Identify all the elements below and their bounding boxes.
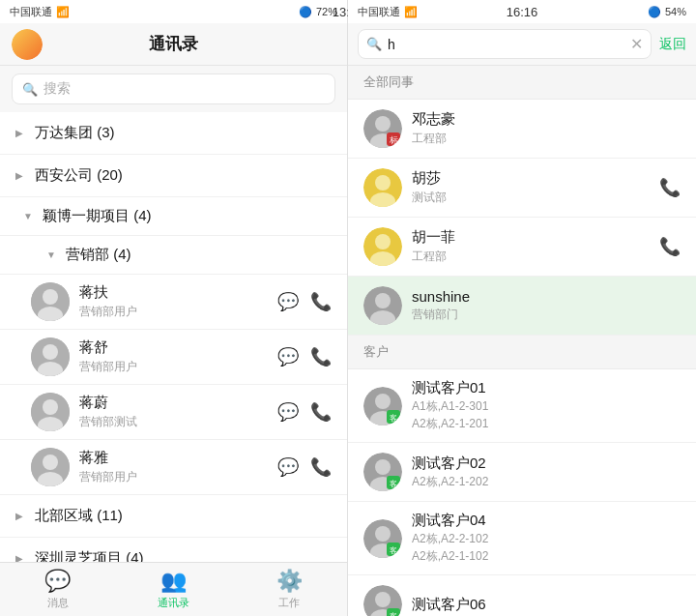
right-contact-name: 测试客户04 [412,512,681,530]
customer-sub1: A2栋,A2-2-102 [412,531,681,547]
contact-info: 蒋扶 营销部用户 [79,283,268,320]
contact-dept: 营销部测试 [79,414,268,430]
header-avatar[interactable] [12,29,43,60]
contact-name: 蒋雅 [79,449,268,467]
group-north[interactable]: ▶ 北部区域 (11) [0,495,347,538]
call-icon[interactable]: 📞 [310,346,332,367]
right-contact-info: 测试客户04 A2栋,A2-2-102 A2栋,A2-1-102 [412,512,681,565]
right-contact-dept: 测试部 [412,190,650,206]
group-xian[interactable]: ▶ 西安公司 (20) [0,155,347,197]
contact-avatar [31,448,70,486]
chat-icon[interactable]: 💬 [277,346,299,367]
call-icon[interactable]: 📞 [310,401,332,423]
right-avatar: 客 [363,387,402,425]
right-avatar: 客 [363,519,402,558]
search-value: h [388,37,395,52]
contact-row-customer01[interactable]: 客 测试客户01 A1栋,A1-2-301 A2栋,A2-1-201 [348,369,696,443]
back-button[interactable]: 返回 [659,36,686,53]
contact-row-customer02[interactable]: 客 测试客户02 A2栋,A2-1-202 [348,443,696,502]
contact-avatar [31,282,70,321]
call-icon[interactable]: 📞 [310,456,332,478]
nav-label-contacts: 通讯录 [158,596,189,610]
subgroup-yingbo[interactable]: ▼ 颖博一期项目 (4) [0,197,347,236]
work-icon: ⚙️ [276,569,303,594]
contact-row[interactable]: 蒋蔚 营销部测试 💬 📞 [0,385,347,440]
svg-text:标: 标 [389,135,398,145]
avatar-svg: 客 [363,519,402,558]
avatar-svg [31,448,70,486]
nav-work[interactable]: ⚙️ 工作 [231,569,347,610]
contact-row[interactable]: 蒋扶 营销部用户 💬 📞 [0,275,347,330]
status-right-right: 🔵 54% [648,6,686,18]
arrow-icon: ▶ [15,553,27,562]
search-placeholder: 搜索 [44,80,71,98]
contact-row-sunshine[interactable]: sunshine 营销部门 [348,277,696,336]
contact-dept: 营销部用户 [79,469,268,485]
contact-info: 蒋舒 营销部用户 [79,338,268,375]
chat-icon[interactable]: 💬 [277,456,299,478]
call-icon[interactable]: 📞 [659,236,681,257]
messages-icon: 💬 [44,569,71,594]
group-name: 深圳灵芝项目 (4) [35,549,332,562]
avatar-svg: 客 [363,453,402,491]
contacts-icon: 👥 [160,569,187,594]
nav-contacts[interactable]: 👥 通讯录 [116,569,232,610]
bt-icon: 🔵 [299,6,312,18]
avatar-svg [31,393,70,431]
bt-icon-right: 🔵 [648,6,661,18]
subgroup-marketing[interactable]: ▼ 营销部 (4) [0,236,347,275]
svg-point-27 [375,394,391,409]
group-wanda[interactable]: ▶ 万达集团 (3) [0,112,347,155]
svg-text:客: 客 [390,414,397,423]
avatar-svg [31,282,70,321]
avatar-svg [363,227,402,266]
left-panel: 中国联通 📶 13:23 🔵 72% 通讯录 🔍 搜索 ▶ 万达集团 (3) ▶ [0,0,348,616]
contact-row[interactable]: 蒋雅 营销部用户 💬 📞 [0,440,347,495]
svg-text:客: 客 [390,612,397,616]
contact-row-huyi[interactable]: 胡一菲 工程部 📞 [348,218,696,277]
right-avatar: 客 [363,453,402,491]
chat-icon[interactable]: 💬 [277,401,299,423]
group-name: 西安公司 (20) [35,166,332,185]
contact-row[interactable]: 蒋舒 营销部用户 💬 📞 [0,330,347,385]
nav-messages[interactable]: 💬 消息 [0,569,116,610]
section-colleagues-header: 全部同事 [348,66,696,100]
right-contact-dept: 工程部 [412,249,650,265]
contact-row-customer04[interactable]: 客 测试客户04 A2栋,A2-2-102 A2栋,A2-1-102 [348,502,696,575]
clear-search-button[interactable]: ✕ [630,35,643,53]
svg-point-37 [375,526,391,542]
right-avatar [363,168,402,207]
chat-icon[interactable]: 💬 [277,291,299,312]
left-header: 通讯录 [0,23,347,66]
group-shenzhen[interactable]: ▶ 深圳灵芝项目 (4) [0,538,347,562]
call-icon[interactable]: 📞 [659,177,681,198]
avatar-svg [31,337,70,376]
customer-sub2: A2栋,A2-1-201 [412,416,681,432]
nav-label-messages: 消息 [47,596,69,610]
right-contact-dept: 工程部 [412,131,681,147]
time-right: 16:16 [507,5,538,19]
contacts-list: ▶ 万达集团 (3) ▶ 西安公司 (20) ▼ 颖博一期项目 (4) ▼ 营销… [0,112,347,562]
contact-row-customer06[interactable]: 客 测试客户06 [348,575,696,616]
contact-name: 蒋舒 [79,338,268,357]
customer-sub1: A1栋,A1-2-301 [412,398,681,415]
right-contact-info: sunshine 营销部门 [412,288,681,323]
avatar-svg: 标 [363,109,402,148]
svg-point-21 [375,234,391,249]
call-icon[interactable]: 📞 [310,291,332,312]
wifi-icon-right: 📶 [404,6,418,18]
arrow-icon: ▶ [15,170,27,181]
right-contact-info: 测试客户02 A2栋,A2-1-202 [412,455,681,490]
avatar-circle [12,29,43,60]
left-search-input[interactable]: 🔍 搜索 [12,73,335,104]
contact-dept: 营销部用户 [79,304,268,320]
status-left-info: 中国联通 📶 [10,5,70,19]
wifi-icon: 📶 [56,6,70,18]
contact-row-husa[interactable]: 胡莎 测试部 📞 [348,159,696,218]
nav-label-work: 工作 [278,596,300,610]
search-icon: 🔍 [22,82,38,97]
right-panel: 中国联通 📶 16:16 🔵 54% 🔍 h ✕ 返回 全部同事 [348,0,696,616]
contact-row-deng[interactable]: 标 邓志豪 工程部 [348,100,696,159]
right-search-input[interactable]: 🔍 h ✕ [358,29,652,59]
arrow-icon: ▶ [15,128,27,138]
